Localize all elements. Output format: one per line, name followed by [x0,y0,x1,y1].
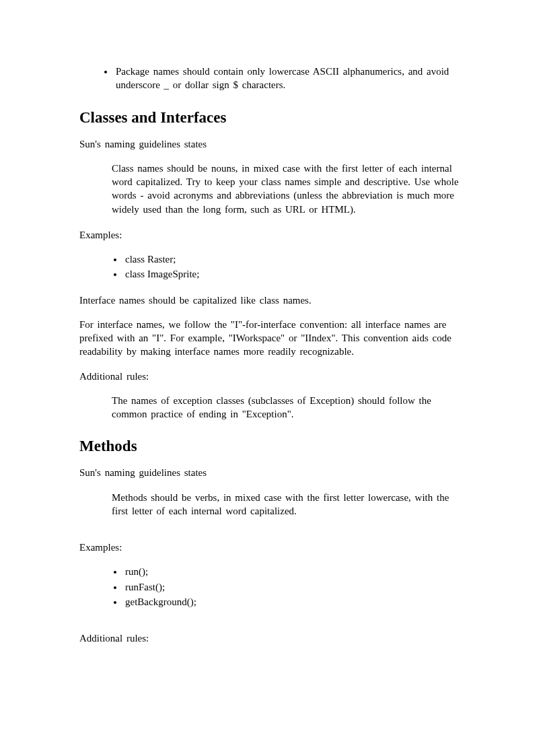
list-item: runFast(); [124,580,475,594]
section2-quote: Methods should be verbs, in mixed case w… [112,491,468,518]
list-item: Package names should contain only lowerc… [114,65,475,92]
section1-quote: Class names should be nouns, in mixed ca… [112,162,468,216]
list-item: class Raster; [124,252,475,266]
section2-examples-label: Examples: [79,541,475,554]
list-item: run(); [124,565,475,578]
section1-examples-label: Examples: [79,228,475,242]
bullet-text: Package names should contain only lowerc… [116,66,449,90]
heading-classes-interfaces: Classes and Interfaces [79,107,475,128]
section1-additional-quote: The names of exception classes (subclass… [112,394,468,421]
section1-para1: Interface names should be capitalized li… [79,294,475,307]
section1-intro: Sun's naming guidelines states [79,137,475,151]
section1-para2: For interface names, we follow the "I"-f… [79,318,475,359]
section2-intro: Sun's naming guidelines states [79,466,475,479]
section2-examples-list: run(); runFast(); getBackground(); [79,565,475,609]
example-text: class ImageSprite; [125,269,199,279]
heading-methods: Methods [79,436,475,456]
example-text: run(); [125,566,148,577]
list-item: class ImageSprite; [124,267,475,281]
list-item: getBackground(); [124,595,475,609]
section1-examples-list: class Raster; class ImageSprite; [79,252,475,281]
example-text: getBackground(); [125,596,196,607]
section2-additional-label: Additional rules: [79,631,475,645]
example-text: class Raster; [125,254,176,265]
document-page: Package names should contain only lowerc… [0,0,549,720]
example-text: runFast(); [125,582,165,592]
intro-bullet-list: Package names should contain only lowerc… [79,65,475,92]
section1-additional-label: Additional rules: [79,370,475,383]
